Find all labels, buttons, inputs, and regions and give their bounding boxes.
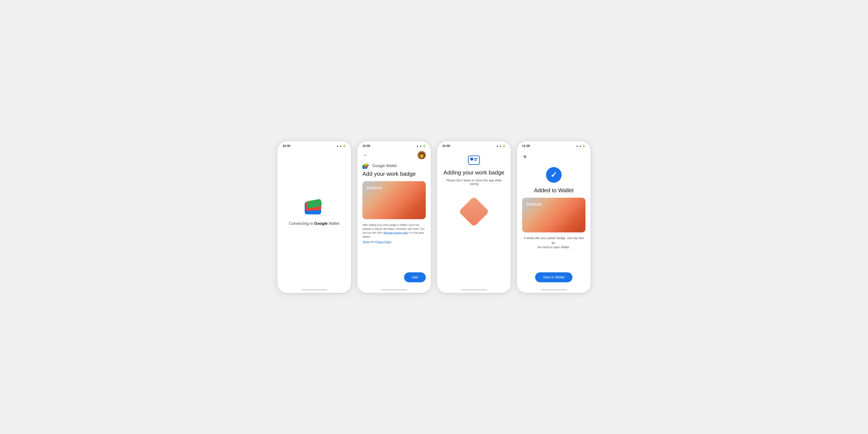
close-button[interactable]: ✕: [522, 153, 528, 161]
checkmark-icon: ✓: [551, 171, 557, 179]
wifi-icon-4: ▲: [576, 145, 578, 147]
screen-add-content: ← 👩 Google Wallet Add your work badge In…: [357, 149, 431, 287]
battery-icon-4: 🔋: [582, 145, 586, 147]
status-bar-4: 11:29 ▲ ▲ 🔋: [517, 141, 591, 149]
terms-link[interactable]: Terms: [362, 241, 370, 244]
adding-badge-title: Adding your work badge: [443, 169, 504, 176]
added-description-text: It works like your plastic badge. Just t…: [522, 236, 586, 250]
adding-badge-subtitle: Please don't leave or close this app whi…: [442, 179, 506, 186]
status-icons-2: ▲ ▲ 🔋: [416, 145, 426, 147]
add-badge-screen: ← 👩 Google Wallet Add your work badge In…: [362, 151, 426, 283]
google-wallet-logo: [305, 195, 324, 214]
manage-passes-link[interactable]: Manage passes data: [384, 231, 408, 235]
terms-text: Terms and Privacy Policy: [362, 241, 426, 244]
wifi-icon-2: ▲: [416, 145, 418, 147]
status-icons-3: ▲ ▲ 🔋: [496, 145, 506, 147]
user-avatar[interactable]: 👩: [417, 151, 426, 159]
connecting-suffix: Wallet: [328, 221, 339, 226]
add-button[interactable]: Add: [404, 272, 426, 282]
phone-screen-1: 12:30 ▲ ▲ 🔋 Connecting to Google Wallet: [277, 141, 351, 293]
added-company-label: Initech: [526, 202, 542, 207]
phone-screen-2: 12:30 ▲ ▲ 🔋 ← 👩 Google Wallet: [357, 141, 431, 293]
gw-brand-name: Google Wallet: [372, 164, 397, 168]
wifi-icon-3: ▲: [496, 145, 498, 147]
google-wallet-icon-small: [362, 163, 370, 169]
back-button[interactable]: ←: [362, 152, 369, 159]
status-time-3: 12:30: [442, 144, 450, 148]
badge-card-preview: Initech: [362, 181, 426, 219]
loading-diamond: [459, 196, 489, 227]
gw-header: Google Wallet: [362, 163, 426, 169]
home-indicator-4: [541, 289, 567, 290]
view-in-wallet-button[interactable]: View in Wallet: [535, 272, 572, 282]
svg-rect-2: [474, 158, 478, 159]
added-screen: ✕ ✓ Added to Wallet Initech It works lik…: [522, 151, 586, 283]
screen-connecting-content: Connecting to Google Wallet: [277, 149, 351, 287]
status-time-2: 12:30: [362, 144, 370, 148]
id-card-icon: [468, 155, 480, 165]
top-bar-2: ← 👩: [362, 151, 426, 159]
signal-icon-4: ▲: [579, 145, 582, 147]
screen-adding-content: Adding your work badge Please don't leav…: [437, 149, 511, 287]
badge-company-label: Initech: [367, 185, 382, 191]
add-button-row: Add: [362, 272, 426, 283]
added-to-wallet-title: Added to Wallet: [534, 187, 574, 194]
add-info-text: After adding your work badge to Wallet, …: [362, 223, 426, 239]
status-time-4: 11:29: [522, 144, 530, 148]
icon-card-yellow: [365, 163, 368, 166]
wifi-icon: ▲: [336, 145, 339, 147]
connecting-text: Connecting to Google Wallet: [289, 221, 339, 226]
svg-rect-3: [474, 160, 477, 161]
avatar-face: 👩: [419, 152, 425, 158]
signal-icon: ▲: [340, 145, 342, 147]
home-indicator-2: [381, 289, 407, 290]
battery-icon: 🔋: [343, 145, 346, 147]
adding-badge-screen: Adding your work badge Please don't leav…: [442, 151, 506, 283]
battery-icon-3: 🔋: [503, 145, 506, 147]
status-bar-3: 12:30 ▲ ▲ 🔋: [437, 141, 511, 149]
connecting-screen: Connecting to Google Wallet: [282, 151, 346, 283]
phone-screen-3: 12:30 ▲ ▲ 🔋 Adding your work badge Pleas…: [437, 141, 511, 293]
success-checkmark-circle: ✓: [546, 167, 562, 183]
added-badge-card-preview: Initech: [522, 198, 586, 232]
signal-icon-3: ▲: [499, 145, 502, 147]
status-icons-1: ▲ ▲ 🔋: [336, 145, 346, 147]
add-badge-title: Add your work badge: [362, 170, 426, 177]
battery-icon-2: 🔋: [423, 145, 426, 147]
spacer-2: [362, 244, 426, 270]
signal-icon-2: ▲: [420, 145, 422, 147]
connecting-prefix: Connecting to: [289, 221, 314, 226]
svg-point-1: [470, 158, 473, 161]
connecting-bold: Google: [314, 221, 328, 226]
status-icons-4: ▲ ▲ 🔋: [576, 145, 586, 147]
svg-rect-0: [468, 156, 479, 164]
status-bar-2: 12:30 ▲ ▲ 🔋: [357, 141, 431, 149]
status-time-1: 12:30: [282, 144, 290, 148]
screen-added-content: ✕ ✓ Added to Wallet Initech It works lik…: [517, 149, 591, 287]
home-indicator-3: [461, 289, 487, 290]
view-button-row: View in Wallet: [535, 272, 572, 283]
home-indicator-1: [301, 289, 327, 290]
status-bar-1: 12:30 ▲ ▲ 🔋: [277, 141, 351, 149]
privacy-link[interactable]: Privacy Policy: [375, 241, 392, 244]
terms-and: and: [370, 241, 375, 244]
phone-screen-4: 11:29 ▲ ▲ 🔋 ✕ ✓ Added to Wallet Initech …: [517, 141, 591, 293]
